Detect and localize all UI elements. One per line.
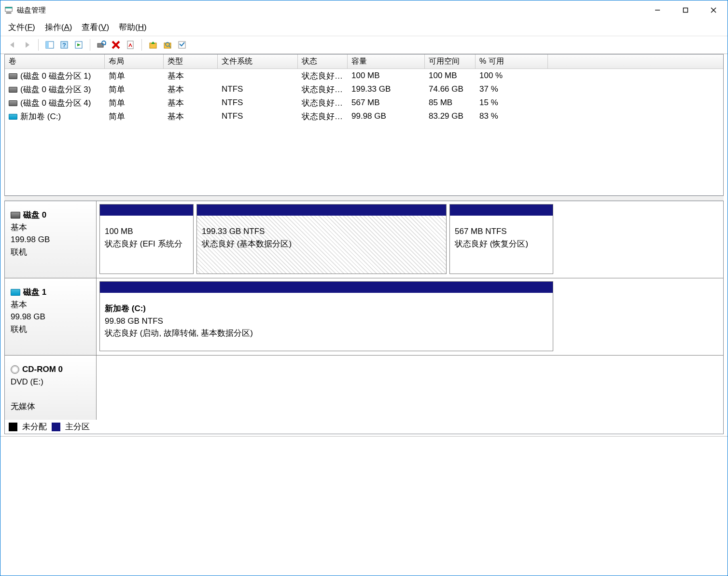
partition-status: 状态良好 (启动, 故障转储, 基本数据分区) (105, 327, 548, 340)
col-header-type[interactable]: 类型 (164, 55, 218, 69)
volume-fs: NTFS (218, 111, 298, 121)
partition-size-fs: 199.33 GB NTFS (202, 225, 441, 238)
menu-action[interactable]: 操作(A) (45, 22, 72, 33)
menu-file[interactable]: 文件(F) (8, 22, 35, 33)
volume-icon (9, 73, 17, 79)
col-header-fs[interactable]: 文件系统 (218, 55, 298, 69)
disk-state: 无媒体 (11, 400, 90, 413)
partition[interactable]: 199.33 GB NTFS状态良好 (基本数据分区) (196, 204, 447, 274)
volume-pct: 37 % (476, 84, 548, 94)
maximize-button[interactable] (672, 0, 700, 20)
volume-pct: 100 % (476, 71, 548, 81)
partition-size-fs: 99.98 GB NTFS (105, 315, 548, 328)
legend-swatch-unallocated (9, 423, 17, 431)
disk-name: 磁盘 1 (23, 286, 46, 299)
delete-icon[interactable] (110, 39, 122, 51)
disk-label[interactable]: 磁盘 0基本199.98 GB联机 (5, 201, 97, 278)
svg-rect-2 (6, 13, 12, 14)
action-button[interactable] (72, 39, 85, 51)
show-hide-tree-button[interactable] (43, 39, 56, 51)
disk-partitions: 100 MB状态良好 (EFI 系统分199.33 GB NTFS状态良好 (基… (97, 201, 723, 278)
partition[interactable]: 新加卷 (C:)99.98 GB NTFS状态良好 (启动, 故障转储, 基本数… (99, 281, 553, 351)
disk-label[interactable]: CD-ROM 0DVD (E:)无媒体 (5, 356, 97, 420)
horizontal-splitter[interactable] (4, 196, 724, 201)
menu-help[interactable]: 帮助(H) (119, 22, 147, 33)
col-header-volume[interactable]: 卷 (5, 55, 105, 69)
up-button[interactable] (147, 39, 159, 51)
close-button[interactable] (700, 0, 728, 20)
volume-row[interactable]: (磁盘 0 磁盘分区 3)简单基本NTFS状态良好 (...199.33 GB7… (5, 82, 723, 96)
help-button[interactable]: ? (58, 39, 70, 51)
toolbar: ? (0, 36, 728, 54)
volume-type: 基本 (164, 97, 218, 109)
partition-bar (100, 282, 553, 293)
svg-text:?: ? (62, 41, 66, 49)
options-button[interactable] (176, 39, 188, 51)
nav-forward-button[interactable] (21, 39, 33, 51)
volume-fs: NTFS (218, 84, 298, 94)
volume-name: 新加卷 (C:) (20, 112, 61, 121)
toolbar-separator (141, 39, 142, 51)
col-header-free[interactable]: 可用空间 (425, 55, 476, 69)
volume-free: 85 MB (425, 98, 476, 108)
legend-label-unallocated: 未分配 (22, 421, 47, 432)
disk-type: 基本 (11, 299, 90, 311)
partition-bar (100, 205, 193, 216)
volume-icon (9, 87, 17, 93)
partition[interactable]: 567 MB NTFS状态良好 (恢复分区) (449, 204, 553, 274)
col-header-capacity[interactable]: 容量 (348, 55, 425, 69)
disk-state: 联机 (11, 323, 90, 336)
volume-free: 74.66 GB (425, 84, 476, 94)
disk-row: 磁盘 1基本99.98 GB联机新加卷 (C:)99.98 GB NTFS状态良… (5, 278, 723, 356)
volume-status: 状态良好 (... (298, 111, 348, 122)
col-header-status[interactable]: 状态 (298, 55, 348, 69)
disk-icon (11, 212, 20, 219)
col-header-pct[interactable]: % 可用 (476, 55, 548, 69)
disk-name: 磁盘 0 (23, 209, 46, 221)
minimize-button[interactable] (644, 0, 672, 20)
disk-layout-pane[interactable]: 磁盘 0基本199.98 GB联机100 MB状态良好 (EFI 系统分199.… (4, 201, 724, 420)
disk-row: 磁盘 0基本199.98 GB联机100 MB状态良好 (EFI 系统分199.… (5, 201, 723, 278)
disk-partitions: 新加卷 (C:)99.98 GB NTFS状态良好 (启动, 故障转储, 基本数… (97, 278, 723, 355)
menubar: 文件(F) 操作(A) 查看(V) 帮助(H) (0, 20, 728, 36)
svg-rect-19 (164, 43, 171, 48)
col-header-layout[interactable]: 布局 (105, 55, 164, 69)
disk-row: CD-ROM 0DVD (E:)无媒体 (5, 356, 723, 420)
search-button[interactable] (161, 39, 174, 51)
volume-layout: 简单 (105, 70, 164, 82)
partition-name: 新加卷 (C:) (105, 302, 548, 315)
disk-label[interactable]: 磁盘 1基本99.98 GB联机 (5, 278, 97, 355)
partition[interactable]: 100 MB状态良好 (EFI 系统分 (99, 204, 194, 274)
toolbar-separator (38, 39, 39, 51)
disk-partitions (97, 356, 723, 420)
volume-status: 状态良好 (... (298, 84, 348, 95)
partition-status: 状态良好 (基本数据分区) (202, 238, 441, 250)
volume-grid-header: 卷 布局 类型 文件系统 状态 容量 可用空间 % 可用 (5, 55, 723, 69)
nav-back-button[interactable] (6, 39, 19, 51)
volume-row[interactable]: (磁盘 0 磁盘分区 4)简单基本NTFS状态良好 (...567 MB85 M… (5, 96, 723, 110)
toolbar-separator (90, 39, 90, 51)
volume-type: 基本 (164, 111, 218, 122)
legend: 未分配 主分区 (4, 420, 724, 434)
volume-row[interactable]: (磁盘 0 磁盘分区 1)简单基本状态良好 (...100 MB100 MB10… (5, 69, 723, 82)
volume-status: 状态良好 (... (298, 70, 348, 82)
disk-state: 联机 (11, 246, 90, 259)
volume-status: 状态良好 (... (298, 97, 348, 109)
svg-rect-17 (127, 41, 133, 49)
volume-grid-body[interactable]: (磁盘 0 磁盘分区 1)简单基本状态良好 (...100 MB100 MB10… (5, 69, 723, 195)
refresh-button[interactable] (95, 39, 108, 51)
properties-button[interactable] (124, 39, 137, 51)
svg-rect-8 (46, 41, 49, 48)
disk-type: DVD (E:) (11, 376, 90, 388)
partition-status: 状态良好 (EFI 系统分 (105, 238, 188, 250)
volume-layout: 简单 (105, 97, 164, 109)
volume-layout: 简单 (105, 84, 164, 95)
volume-capacity: 199.33 GB (348, 84, 425, 94)
svg-rect-1 (5, 7, 12, 9)
legend-swatch-primary (52, 423, 60, 431)
partition-bar (450, 205, 553, 216)
svg-rect-4 (684, 8, 688, 13)
menu-view[interactable]: 查看(V) (82, 22, 109, 33)
volume-row[interactable]: 新加卷 (C:)简单基本NTFS状态良好 (...99.98 GB83.29 G… (5, 110, 723, 123)
disk-icon (11, 289, 20, 296)
